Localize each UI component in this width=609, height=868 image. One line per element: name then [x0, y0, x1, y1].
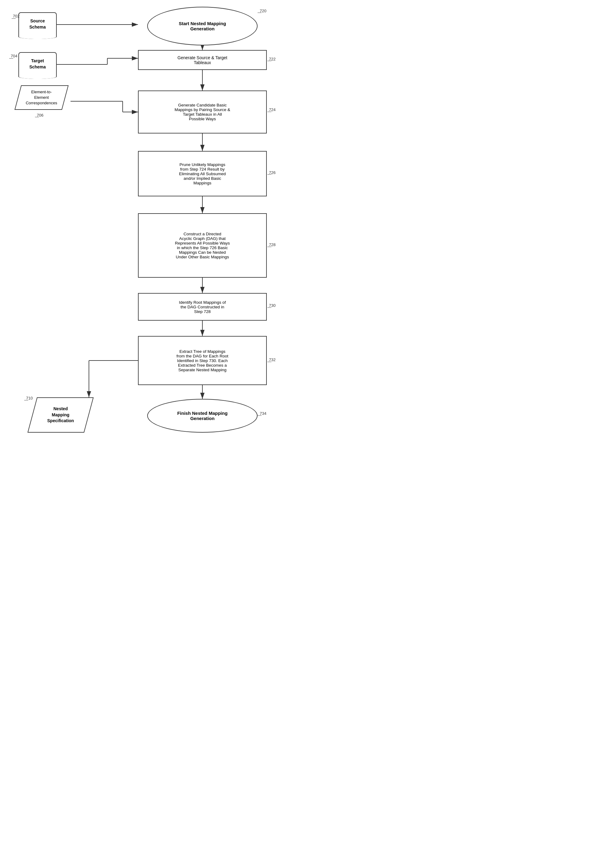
- step724-rect: Generate Candidate BasicMappings by Pair…: [138, 90, 267, 133]
- element-correspondences-label: Element-to-ElementCorrespondences: [26, 89, 57, 106]
- target-schema-label: TargetSchema: [29, 58, 46, 70]
- step724-label: Generate Candidate BasicMappings by Pair…: [175, 103, 230, 121]
- target-schema-shape: TargetSchema: [19, 52, 57, 75]
- step722-label: Generate Source & TargetTableaux: [178, 55, 227, 65]
- source-schema-label: Source Schema: [29, 18, 46, 30]
- finish-oval: Finish Nested MappingGeneration: [147, 399, 258, 432]
- element-correspondences-shape: Element-to-ElementCorrespondences: [14, 85, 68, 110]
- step728-label: Construct a DirectedAcyclic Graph (DAG) …: [175, 232, 230, 259]
- step728-rect: Construct a DirectedAcyclic Graph (DAG) …: [138, 213, 267, 277]
- nested-mapping-spec-label: NestedMappingSpecification: [47, 406, 74, 424]
- start-oval: Start Nested MappingGeneration: [147, 7, 258, 45]
- step730-label: Identify Root Mappings ofthe DAG Constru…: [179, 300, 226, 314]
- step726-label: Prune Unlikely Mappingsfrom Step 724 Res…: [179, 162, 226, 185]
- diagram: Source Schema 702 — TargetSchema 704 — E…: [0, 0, 304, 434]
- step732-rect: Extract Tree of Mappingsfrom the DAG for…: [138, 336, 267, 385]
- source-schema-shape: Source Schema: [19, 12, 57, 35]
- nested-mapping-spec-shape: NestedMappingSpecification: [28, 397, 94, 432]
- step732-label: Extract Tree of Mappingsfrom the DAG for…: [177, 349, 229, 372]
- step726-rect: Prune Unlikely Mappingsfrom Step 724 Res…: [138, 151, 267, 196]
- step730-rect: Identify Root Mappings ofthe DAG Constru…: [138, 293, 267, 321]
- finish-label: Finish Nested MappingGeneration: [177, 411, 227, 421]
- step722-rect: Generate Source & TargetTableaux: [138, 50, 267, 70]
- start-label: Start Nested MappingGeneration: [179, 21, 226, 31]
